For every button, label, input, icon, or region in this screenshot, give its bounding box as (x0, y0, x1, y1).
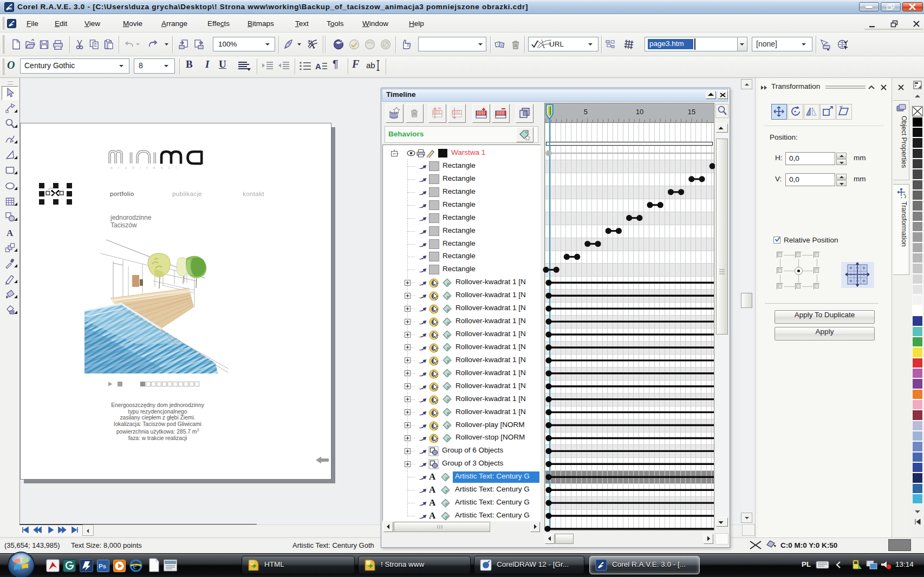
svg-text:A: A (6, 228, 14, 238)
svg-text:e: e (133, 561, 137, 571)
svg-text:A: A (315, 62, 321, 71)
svg-text:Ps: Ps (99, 563, 106, 569)
